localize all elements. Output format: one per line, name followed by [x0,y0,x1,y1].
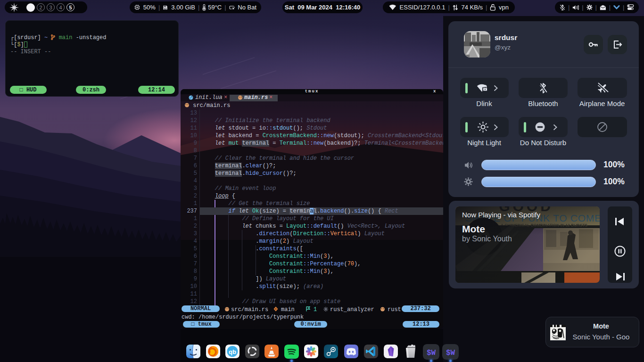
svg-text:$W: $W [446,349,455,357]
svg-text:qb: qb [229,348,236,355]
svg-text:$W: $W [427,349,436,357]
